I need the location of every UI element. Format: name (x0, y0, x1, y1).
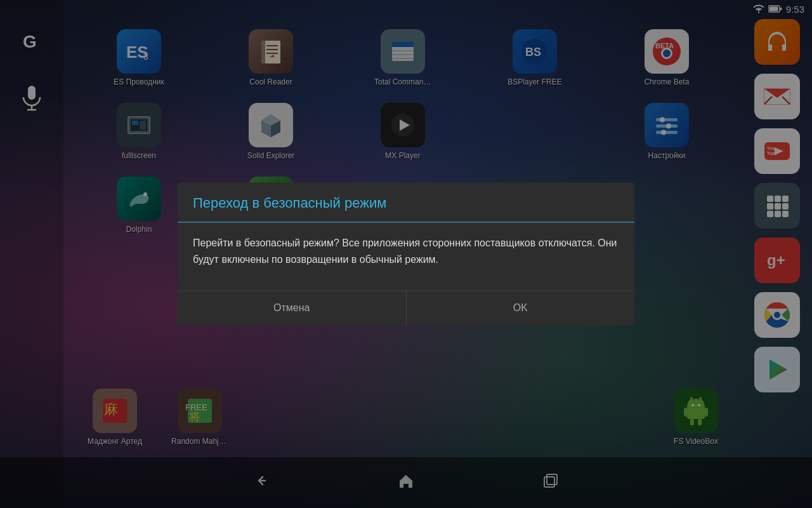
dialog-body: Перейти в безопасный режим? Все приложен… (178, 222, 634, 280)
dialog-ok-button[interactable]: OK (407, 291, 635, 326)
dialog-title: Переход в безопасный режим (178, 182, 634, 222)
dialog-cancel-button[interactable]: Отмена (178, 291, 407, 326)
safe-mode-dialog: Переход в безопасный режим Перейти в без… (178, 182, 634, 325)
dialog-buttons: Отмена OK (178, 291, 634, 326)
